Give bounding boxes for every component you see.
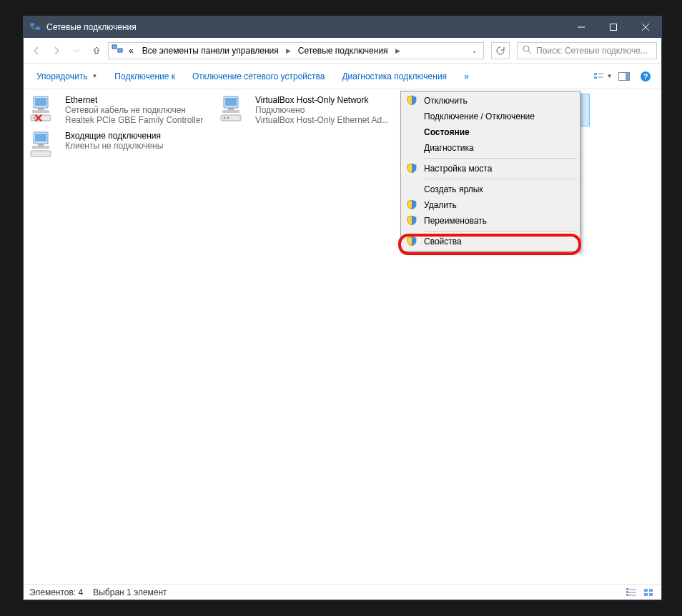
menu-item-delete[interactable]: Удалить bbox=[402, 197, 578, 213]
svg-rect-7 bbox=[118, 49, 122, 52]
menu-item-label: Переименовать bbox=[424, 216, 487, 226]
network-connections-icon bbox=[29, 21, 41, 33]
adapter-virtualbox[interactable]: VirtualBox Host-Only Network Подключено … bbox=[218, 94, 400, 126]
network-adapter-icon bbox=[219, 95, 251, 124]
menu-item-create-shortcut[interactable]: Создать ярлык bbox=[402, 182, 578, 197]
adapter-name: Ethernet bbox=[65, 95, 203, 105]
chevron-down-icon[interactable]: ⌄ bbox=[469, 47, 480, 54]
up-button[interactable] bbox=[88, 42, 105, 59]
recent-locations-button[interactable] bbox=[68, 42, 85, 59]
close-button[interactable] bbox=[629, 16, 661, 38]
menu-item-label: Отключить bbox=[424, 96, 468, 106]
svg-rect-39 bbox=[31, 151, 51, 157]
window-title: Сетевые подключения bbox=[46, 22, 565, 32]
refresh-button[interactable] bbox=[491, 42, 510, 59]
svg-rect-38 bbox=[32, 146, 49, 149]
adapter-device: Realtek PCIe GBE Family Controller bbox=[65, 115, 203, 125]
chevron-right-icon[interactable]: ▶ bbox=[285, 47, 292, 54]
menu-item-label: Диагностика bbox=[424, 143, 474, 153]
menu-separator bbox=[424, 231, 577, 232]
breadcrumb-segment-1[interactable]: Сетевые подключения bbox=[295, 43, 391, 59]
preview-pane-button[interactable] bbox=[614, 67, 634, 86]
details-view-button[interactable] bbox=[624, 587, 638, 598]
menu-item-label: Удалить bbox=[424, 200, 457, 210]
maximize-button[interactable] bbox=[597, 16, 629, 38]
adapter-name: Входящие подключения bbox=[65, 131, 163, 141]
shield-icon bbox=[407, 199, 418, 211]
svg-rect-45 bbox=[626, 594, 628, 596]
svg-point-32 bbox=[227, 117, 229, 119]
diagnose-button[interactable]: Диагностика подключения bbox=[335, 69, 454, 84]
adapter-status: Сетевой кабель не подключен bbox=[65, 105, 203, 115]
menu-item-rename[interactable]: Переименовать bbox=[402, 213, 578, 229]
organize-label: Упорядочить bbox=[36, 71, 87, 81]
context-menu: Отключить Подключение / Отключение Состо… bbox=[400, 91, 580, 252]
adapter-status: Подключено bbox=[255, 105, 389, 115]
disable-device-button[interactable]: Отключение сетевого устройства bbox=[185, 69, 332, 84]
menu-item-label: Подключение / Отключение bbox=[424, 111, 535, 121]
minimize-button[interactable] bbox=[565, 16, 597, 38]
svg-rect-49 bbox=[649, 593, 653, 596]
view-options-button[interactable]: ▼ bbox=[593, 67, 613, 86]
chevron-down-icon: ▼ bbox=[92, 73, 97, 79]
adapter-name: VirtualBox Host-Only Network bbox=[255, 95, 389, 105]
breadcrumb-segment-0[interactable]: Все элементы панели управления bbox=[139, 43, 282, 59]
menu-item-properties[interactable]: Свойства bbox=[402, 234, 578, 249]
command-bar: Упорядочить ▼ Подключение к Отключение с… bbox=[24, 64, 661, 89]
forward-button[interactable] bbox=[48, 42, 65, 59]
chevron-right-icon[interactable]: ▶ bbox=[394, 47, 402, 54]
svg-rect-10 bbox=[594, 73, 597, 75]
adapter-status: Клиенты не подключены bbox=[65, 141, 163, 151]
svg-text:?: ? bbox=[643, 72, 648, 81]
titlebar: Сетевые подключения bbox=[24, 16, 661, 38]
menu-separator bbox=[424, 158, 577, 159]
menu-item-diagnose[interactable]: Диагностика bbox=[402, 140, 578, 156]
menu-item-connect-disconnect[interactable]: Подключение / Отключение bbox=[402, 109, 578, 124]
adapter-incoming[interactable]: Входящие подключения Клиенты не подключе… bbox=[28, 129, 209, 161]
svg-rect-19 bbox=[35, 98, 46, 106]
svg-rect-27 bbox=[225, 98, 237, 106]
window: Сетевые подключения bbox=[23, 16, 662, 600]
svg-rect-3 bbox=[610, 24, 616, 31]
svg-rect-11 bbox=[594, 76, 597, 79]
menu-item-label: Создать ярлык bbox=[424, 184, 483, 194]
content-area: ✕ Ethernet Сетевой кабель не подключен R… bbox=[24, 89, 661, 584]
search-box[interactable] bbox=[517, 42, 657, 59]
svg-rect-36 bbox=[35, 134, 46, 141]
back-button[interactable] bbox=[28, 42, 45, 59]
adapter-ethernet[interactable]: ✕ Ethernet Сетевой кабель не подключен R… bbox=[28, 94, 209, 126]
svg-rect-6 bbox=[112, 45, 117, 49]
svg-rect-0 bbox=[30, 23, 34, 26]
svg-rect-43 bbox=[626, 588, 628, 590]
menu-item-label: Настройка моста bbox=[424, 164, 492, 174]
svg-rect-28 bbox=[228, 108, 234, 110]
organize-menu[interactable]: Упорядочить ▼ bbox=[29, 69, 104, 84]
more-commands-button[interactable]: » bbox=[457, 69, 476, 84]
location-icon bbox=[112, 44, 123, 57]
address-bar: « Все элементы панели управления ▶ Сетев… bbox=[24, 38, 661, 64]
shield-icon bbox=[407, 215, 418, 227]
menu-item-label: Свойства bbox=[424, 237, 462, 247]
svg-rect-46 bbox=[644, 589, 648, 592]
menu-item-disable[interactable]: Отключить bbox=[402, 93, 578, 109]
svg-rect-48 bbox=[644, 593, 648, 596]
large-icons-view-button[interactable] bbox=[641, 587, 656, 598]
menu-item-status[interactable]: Состояние bbox=[402, 124, 578, 140]
adapter-device: VirtualBox Host-Only Ethernet Ad... bbox=[255, 115, 389, 125]
svg-rect-1 bbox=[36, 26, 40, 30]
svg-point-31 bbox=[224, 117, 226, 119]
svg-rect-44 bbox=[626, 591, 628, 593]
address-box[interactable]: « Все элементы панели управления ▶ Сетев… bbox=[108, 42, 484, 59]
help-button[interactable]: ? bbox=[636, 67, 656, 86]
search-input[interactable] bbox=[536, 46, 652, 56]
menu-separator bbox=[424, 179, 577, 179]
menu-item-bridge[interactable]: Настройка моста bbox=[402, 161, 578, 177]
svg-rect-20 bbox=[38, 108, 44, 110]
status-bar: Элементов: 4 Выбран 1 элемент bbox=[24, 584, 661, 600]
shield-icon bbox=[407, 236, 418, 247]
network-adapter-icon bbox=[29, 131, 61, 159]
svg-text:✕: ✕ bbox=[34, 112, 43, 124]
connect-to-button[interactable]: Подключение к bbox=[107, 69, 182, 84]
shield-icon bbox=[407, 163, 418, 174]
svg-point-8 bbox=[523, 46, 529, 51]
